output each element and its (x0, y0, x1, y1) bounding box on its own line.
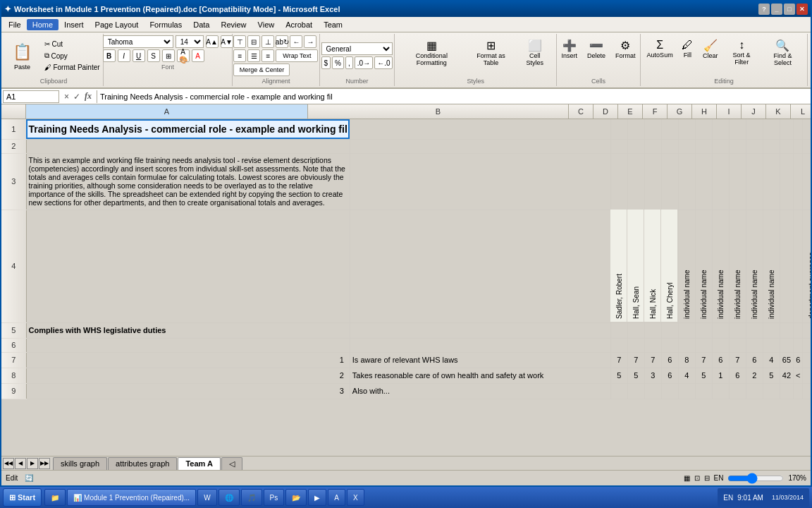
col-header-J[interactable]: J (742, 104, 766, 119)
cell-B6[interactable] (350, 338, 610, 352)
cell-L4-indiv6[interactable]: individual name (763, 210, 780, 322)
format-painter-button[interactable]: 🖌 Format Painter (42, 62, 102, 73)
cell-L5[interactable] (763, 322, 780, 338)
cell-D9[interactable] (627, 383, 644, 399)
cell-G7[interactable]: 8 (678, 352, 695, 368)
start-button[interactable]: ⊞ Start (3, 488, 42, 507)
cell-B1[interactable] (350, 119, 610, 139)
close-icon[interactable]: ✕ (796, 4, 808, 15)
cell-B5[interactable] (350, 322, 610, 338)
sheet-nav-prev[interactable]: ◀ (15, 458, 26, 469)
cell-J9[interactable] (729, 383, 746, 399)
cell-M7[interactable]: 65 (780, 352, 793, 368)
sheet-tab-team-a[interactable]: Team A (178, 457, 221, 470)
row-number[interactable]: 7 (1, 352, 26, 368)
col-header-F[interactable]: F (643, 104, 668, 119)
cell-K4-indiv5[interactable]: individual name (746, 210, 763, 322)
formula-input[interactable] (100, 90, 809, 103)
cell-B3[interactable] (350, 153, 610, 210)
cell-I4-indiv3[interactable]: individual name (712, 210, 729, 322)
sheet-nav-last[interactable]: ▶▶ (39, 458, 50, 469)
align-bottom-button[interactable]: ⊥ (262, 35, 274, 48)
cell-I1[interactable] (712, 119, 729, 139)
cell-I9[interactable] (712, 383, 729, 399)
cell-J6[interactable] (729, 338, 746, 352)
format-button[interactable]: ⚙ Format (612, 37, 639, 75)
page-layout-break-icon[interactable]: ⊟ (704, 474, 710, 482)
cell-N7[interactable]: 6 (794, 352, 803, 368)
cell-B9[interactable]: Also with... (350, 383, 610, 399)
cell-O2[interactable] (803, 139, 811, 153)
cell-K6[interactable] (746, 338, 763, 352)
copy-button[interactable]: ⧉ Copy (42, 50, 102, 61)
window-controls[interactable]: ? _ □ ✕ (758, 4, 808, 15)
confirm-formula-icon[interactable]: ✓ (71, 92, 82, 102)
cell-I8[interactable]: 1 (712, 368, 729, 383)
fill-color-button[interactable]: A🎨 (177, 49, 190, 62)
cell-E6[interactable] (644, 338, 661, 352)
cell-styles-button[interactable]: ⬜ Cell Styles (518, 37, 552, 75)
font-size-select[interactable]: 14 (176, 35, 204, 48)
cell-C4-sadler[interactable]: Sadler, Robert (610, 210, 627, 322)
maximize-icon[interactable]: □ (784, 4, 795, 15)
cell-A1[interactable]: Training Needs Analysis - commercial rol… (26, 119, 350, 139)
cell-E9[interactable] (644, 383, 661, 399)
cell-F5[interactable] (661, 322, 678, 338)
cell-L6[interactable] (763, 338, 780, 352)
taskbar-word-icon[interactable]: W (197, 489, 216, 506)
autosum-button[interactable]: Σ AutoSum (645, 37, 675, 75)
col-header-H[interactable]: H (692, 104, 717, 119)
cell-C1[interactable] (610, 119, 627, 139)
cell-O5[interactable] (803, 322, 811, 338)
page-layout-normal-icon[interactable]: ▦ (684, 474, 690, 482)
cell-D1[interactable] (627, 119, 644, 139)
row-number[interactable]: 1 (1, 119, 26, 139)
cell-F3[interactable] (661, 153, 678, 210)
cell-J2[interactable] (729, 139, 746, 153)
row-number[interactable]: 4 (1, 210, 26, 322)
insert-function-icon[interactable]: fx (82, 91, 94, 102)
row-number[interactable]: 9 (1, 383, 26, 399)
cell-L8[interactable]: 5 (763, 368, 780, 383)
page-layout-page-icon[interactable]: ⊡ (694, 474, 700, 482)
underline-button[interactable]: U (133, 49, 145, 62)
cell-G6[interactable] (678, 338, 695, 352)
cell-G9[interactable] (678, 383, 695, 399)
cell-F1[interactable] (661, 119, 678, 139)
cell-K3[interactable] (746, 153, 763, 210)
text-orient-button[interactable]: ab↻ (276, 35, 288, 48)
row-number[interactable]: 8 (1, 368, 26, 383)
cell-D2[interactable] (627, 139, 644, 153)
minimize-icon[interactable]: _ (771, 4, 782, 15)
cell-O7[interactable] (803, 352, 811, 368)
align-left-button[interactable]: ≡ (233, 49, 246, 62)
menu-home[interactable]: Home (27, 19, 59, 30)
cell-I5[interactable] (712, 322, 729, 338)
cell-N2[interactable] (794, 139, 803, 153)
cell-H8[interactable]: 5 (695, 368, 712, 383)
cell-O8[interactable] (803, 368, 811, 383)
cell-J3[interactable] (729, 153, 746, 210)
comma-button[interactable]: , (345, 56, 353, 69)
align-center-button[interactable]: ☰ (247, 49, 260, 62)
cell-L9[interactable] (763, 383, 780, 399)
cell-E3[interactable] (644, 153, 661, 210)
col-header-G[interactable]: G (668, 104, 692, 119)
insert-button[interactable]: ➕ Insert (558, 37, 581, 75)
cut-button[interactable]: ✂ Cut (42, 39, 102, 49)
col-header-E[interactable]: E (618, 104, 643, 119)
cancel-formula-icon[interactable]: × (62, 92, 71, 102)
paste-button[interactable]: 📋 Paste (4, 37, 39, 75)
decimal-increase-button[interactable]: .0→ (355, 56, 373, 69)
cell-K9[interactable] (746, 383, 763, 399)
taskbar-app-icon-folder[interactable]: 📁 (44, 489, 66, 506)
cell-O9[interactable] (803, 383, 811, 399)
cell-E7[interactable]: 7 (644, 352, 661, 368)
font-shrink-button[interactable]: A▼ (221, 35, 233, 48)
cell-L1[interactable] (763, 119, 780, 139)
sheet-tab-skills-graph[interactable]: skills graph (53, 457, 107, 470)
cell-H2[interactable] (695, 139, 712, 153)
cell-B8[interactable]: Takes reasonable care of own health and … (350, 368, 610, 383)
cell-K5[interactable] (746, 322, 763, 338)
indent-decrease-button[interactable]: ← (290, 35, 302, 48)
